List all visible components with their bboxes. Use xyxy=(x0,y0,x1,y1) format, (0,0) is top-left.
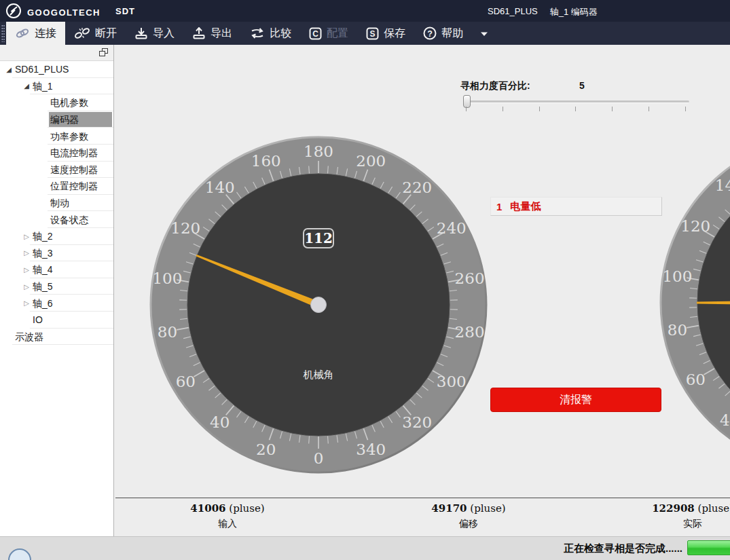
svg-text:280: 280 xyxy=(455,323,485,341)
tree-collapsed-icon[interactable]: ▷ xyxy=(22,233,31,240)
context-name: 轴_1 编码器 xyxy=(550,6,598,18)
tree-item-label: IO xyxy=(31,312,112,327)
svg-text:0: 0 xyxy=(314,449,324,467)
tree-item-label: 轴_6 xyxy=(31,296,112,311)
toolbar-overflow-button[interactable] xyxy=(472,22,496,45)
device-name: SD61_PLUS xyxy=(488,6,538,18)
status-logo-icon xyxy=(8,548,31,560)
svg-text:240: 240 xyxy=(437,219,467,237)
sidebar-item-oscilloscope[interactable]: 示波器 xyxy=(0,329,113,346)
main-panel: 寻相力度百分比: 5 02040608010012014016018020022… xyxy=(114,45,730,536)
readout-actual: 122908 (pluse)实际 xyxy=(652,502,730,530)
svg-text:60: 60 xyxy=(176,373,196,390)
tree-collapsed-icon[interactable]: ▷ xyxy=(22,249,31,257)
toolbar-button-save[interactable]: S保存 xyxy=(357,22,414,45)
sidebar-item-brake[interactable]: 制动 xyxy=(0,195,113,212)
tree-collapsed-icon[interactable]: ▷ xyxy=(22,299,31,307)
sidebar-item-power-params[interactable]: 功率参数 xyxy=(0,128,113,145)
sidebar-item-axis-2[interactable]: ▷轴_2 xyxy=(0,228,113,245)
svg-text:340: 340 xyxy=(356,441,386,458)
alarm-index: 1 xyxy=(496,201,502,212)
progress-bar xyxy=(687,540,730,555)
mechanical-angle-gauge: 0204060801001201401601802002202402602803… xyxy=(149,135,488,474)
svg-text:100: 100 xyxy=(152,269,182,287)
tree-item-label: 设备状态 xyxy=(49,212,112,227)
svg-text:140: 140 xyxy=(715,176,730,194)
svg-text:120: 120 xyxy=(170,219,200,237)
tree-collapsed-icon[interactable]: ▷ xyxy=(22,283,31,291)
toolbar-button-config[interactable]: C配置 xyxy=(300,22,357,45)
toolbar-button-label: 比较 xyxy=(270,26,291,41)
tree-expanded-icon[interactable]: ◢ xyxy=(22,82,31,90)
svg-text:260: 260 xyxy=(455,269,485,287)
tree-expanded-icon[interactable]: ◢ xyxy=(4,66,14,73)
sidebar-item-io[interactable]: IO xyxy=(0,312,113,329)
svg-text:机械角: 机械角 xyxy=(304,369,334,380)
toolbar-button-disconnect[interactable]: 断开 xyxy=(65,22,126,45)
sidebar-item-speed-ctrl[interactable]: 速度控制器 xyxy=(0,162,113,179)
sidebar-item-axis-4[interactable]: ▷轴_4 xyxy=(0,261,113,278)
svg-text:20: 20 xyxy=(256,441,276,458)
toolbar-button-label: 断开 xyxy=(95,26,117,41)
alarm-row[interactable]: 1 电量低 xyxy=(490,197,662,216)
sidebar-item-device-status[interactable]: 设备状态 xyxy=(0,211,113,228)
tree-item-label: 电机参数 xyxy=(49,95,112,110)
tree-item-label: 编码器 xyxy=(49,112,112,127)
status-bar: 正在检查寻相是否完成...... xyxy=(0,536,730,560)
status-message: 正在检查寻相是否完成...... xyxy=(564,542,682,555)
readout-label: 偏移 xyxy=(431,518,505,530)
sidebar-item-encoder[interactable]: 编码器 xyxy=(0,111,113,128)
app-name: SDT xyxy=(115,6,135,16)
second-gauge: 0204060801001201401601802002202402602803… xyxy=(659,133,730,472)
sidebar-item-axis-5[interactable]: ▷轴_5 xyxy=(0,278,113,295)
alarm-text: 电量低 xyxy=(510,200,541,213)
sidebar-item-axis-3[interactable]: ▷轴_3 xyxy=(0,245,113,262)
svg-text:80: 80 xyxy=(158,323,177,341)
tree-item-label: 功率参数 xyxy=(49,129,112,144)
readout-label: 实际 xyxy=(652,518,730,530)
brand: GOOGOLTECH xyxy=(5,3,101,22)
sidebar-item-axis-6[interactable]: ▷轴_6 xyxy=(0,295,113,312)
svg-text:60: 60 xyxy=(686,371,706,388)
toolbar-button-connect[interactable]: 连接 xyxy=(6,22,65,45)
tree-collapsed-icon[interactable]: ▷ xyxy=(22,266,31,274)
svg-text:200: 200 xyxy=(356,152,386,170)
sidebar-header xyxy=(0,45,113,61)
svg-text:100: 100 xyxy=(662,267,692,285)
toolbar-button-compare[interactable]: 比较 xyxy=(241,22,300,45)
clear-alarm-button[interactable]: 清报警 xyxy=(490,388,661,412)
toolbar-button-help[interactable]: ?帮助 xyxy=(414,22,472,45)
svg-text:140: 140 xyxy=(205,179,235,196)
export-icon xyxy=(192,27,206,39)
phase-strength-slider[interactable] xyxy=(466,100,689,103)
sidebar-item-axis-1[interactable]: ◢轴_1 xyxy=(0,78,113,95)
slider-ticks xyxy=(466,107,687,111)
phase-strength-value: 5 xyxy=(579,80,585,91)
sidebar-item-motor-params[interactable]: 电机参数 xyxy=(0,94,113,111)
tree-item-label: 位置控制器 xyxy=(49,179,112,193)
readout-value: 122908 (pluse) xyxy=(652,502,730,515)
toolbar-grip-handle[interactable] xyxy=(1,24,5,42)
sidebar-item-position-ctrl[interactable]: 位置控制器 xyxy=(0,178,113,195)
readout-value: 41006 (pluse) xyxy=(190,502,264,515)
toolbar-button-label: 连接 xyxy=(35,26,56,41)
toolbar-button-export[interactable]: 导出 xyxy=(183,22,241,45)
svg-text:80: 80 xyxy=(668,321,687,339)
float-panel-icon[interactable] xyxy=(99,48,108,56)
svg-text:160: 160 xyxy=(251,152,281,170)
import-icon xyxy=(134,27,148,39)
config-icon: C xyxy=(309,27,322,40)
tree-item-label: 电流控制器 xyxy=(49,145,112,160)
compare-icon xyxy=(250,28,265,39)
phase-strength-label: 寻相力度百分比: xyxy=(460,80,530,92)
svg-text:S: S xyxy=(369,29,375,38)
toolbar-button-label: 帮助 xyxy=(441,26,463,41)
broken-link-icon xyxy=(74,27,90,39)
sidebar-item-sd61-plus[interactable]: ◢SD61_PLUS xyxy=(0,61,113,78)
svg-text:180: 180 xyxy=(304,143,333,160)
toolbar-button-label: 导入 xyxy=(153,26,175,41)
sidebar-item-current-ctrl[interactable]: 电流控制器 xyxy=(0,145,113,162)
toolbar-button-label: 保存 xyxy=(384,26,405,41)
toolbar-button-label: 导出 xyxy=(211,26,232,41)
toolbar-button-import[interactable]: 导入 xyxy=(126,22,183,45)
